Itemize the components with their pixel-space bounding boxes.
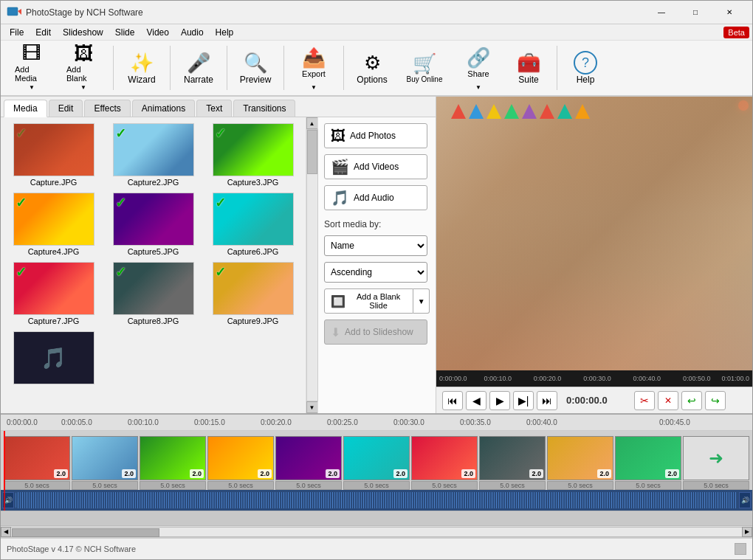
slide-thumbnail[interactable]: 2.0	[4, 436, 70, 480]
sort-by-select[interactable]: Name Date Size	[324, 235, 427, 256]
menu-slideshow[interactable]: Slideshow	[57, 26, 109, 39]
tab-text[interactable]: Text	[196, 100, 232, 117]
media-thumbnail[interactable]: ✓	[113, 193, 194, 246]
slide-thumbnail[interactable]: ➜	[683, 436, 749, 480]
list-item[interactable]: ✓ Capture4.JPG	[7, 193, 100, 256]
table-row[interactable]: 2.0 5.0 secs	[140, 436, 206, 490]
table-row[interactable]: 2.0 5.0 secs	[547, 436, 613, 490]
add-blank-slide-button[interactable]: 🔲 Add a Blank Slide	[324, 288, 413, 314]
share-button[interactable]: 🔗 Share ▼	[453, 43, 503, 93]
wizard-button[interactable]: ✨ Wizard	[118, 43, 165, 93]
slide-thumbnail[interactable]: 2.0	[275, 436, 342, 480]
add-to-slideshow-button[interactable]: ⬇ Add to Slideshow	[324, 319, 427, 345]
list-item[interactable]: ✓ Capture8.JPG	[106, 262, 200, 325]
maximize-button[interactable]: □	[678, 1, 712, 24]
media-thumbnail[interactable]: ✓	[213, 123, 294, 176]
media-thumbnail[interactable]: ✓	[13, 123, 94, 176]
table-row[interactable]: 2.0 5.0 secs	[207, 436, 274, 490]
table-row[interactable]: 2.0 5.0 secs	[479, 436, 546, 490]
delete-button[interactable]: ✕	[658, 391, 678, 410]
scroll-bar-thumb[interactable]	[12, 528, 159, 537]
rotate-left-button[interactable]: ↩	[681, 391, 702, 410]
step-back-button[interactable]: ◀	[466, 391, 486, 410]
add-blank-dropdown[interactable]: ▼	[413, 288, 430, 314]
list-item[interactable]: ✓ Capture9.JPG	[206, 262, 300, 325]
list-item[interactable]: ✓ Capture2.JPG	[106, 123, 200, 187]
slide-thumbnail[interactable]: 2.0	[615, 436, 681, 480]
add-media-button[interactable]: 🎞 Add Media ▼	[7, 43, 57, 93]
add-media-arrow[interactable]: ▼	[11, 81, 52, 93]
menu-slide[interactable]: Slide	[109, 26, 141, 39]
slide-thumbnail[interactable]: 2.0	[343, 436, 410, 480]
export-button[interactable]: 📤 Export ▼	[289, 43, 339, 93]
sort-order-select[interactable]: Ascending Descending	[324, 262, 427, 283]
add-blank-button[interactable]: 🖼 Add Blank ▼	[58, 43, 109, 93]
list-item[interactable]: ✓ Capture7.JPG	[7, 262, 100, 325]
menu-video[interactable]: Video	[140, 26, 174, 39]
suite-button[interactable]: 🧰 Suite	[505, 43, 552, 93]
step-forward-button[interactable]: ▶|	[513, 391, 534, 410]
scroll-down-button[interactable]: ▼	[306, 401, 318, 413]
play-button[interactable]: ▶	[489, 391, 510, 410]
list-item[interactable]: ✓ Capture3.JPG	[206, 123, 300, 187]
list-item[interactable]: ✓ Capture5.JPG	[106, 193, 200, 256]
add-blank-arrow[interactable]: ▼	[63, 81, 104, 93]
timeline-scrollbar[interactable]: ◀ ▶	[1, 525, 752, 537]
export-arrow[interactable]: ▼	[293, 81, 334, 93]
table-row[interactable]: 2.0 5.0 secs	[411, 436, 478, 490]
scroll-left-button[interactable]: ◀	[1, 527, 11, 537]
tab-transitions[interactable]: Transitions	[233, 100, 295, 117]
close-button[interactable]: ✕	[712, 1, 746, 24]
media-thumbnail[interactable]: ✓	[13, 262, 94, 315]
media-thumbnail[interactable]: ✓	[213, 193, 294, 246]
media-thumbnail[interactable]: ✓	[213, 262, 294, 315]
skip-forward-button[interactable]: ⏭	[537, 391, 557, 410]
table-row[interactable]: 2.0 5.0 secs	[343, 436, 410, 490]
preview-button[interactable]: 🔍 Preview	[232, 43, 279, 93]
menu-help[interactable]: Help	[210, 26, 240, 39]
share-arrow[interactable]: ▼	[458, 81, 499, 93]
media-thumbnail[interactable]: 🎵	[13, 331, 94, 384]
add-audio-button[interactable]: 🎵 Add Audio	[324, 185, 427, 210]
scroll-track[interactable]	[306, 129, 318, 401]
media-thumbnail[interactable]: ✓	[113, 123, 194, 176]
scroll-bar-track[interactable]	[11, 527, 742, 537]
list-item[interactable]: ✓ Capture.JPG	[7, 123, 100, 187]
list-item[interactable]: 🎵	[7, 331, 100, 386]
scroll-up-button[interactable]: ▲	[306, 117, 318, 129]
menu-edit[interactable]: Edit	[30, 26, 57, 39]
scroll-right-button[interactable]: ▶	[742, 527, 752, 537]
slide-thumbnail[interactable]: 2.0	[140, 436, 206, 480]
playhead[interactable]	[4, 431, 5, 490]
add-photos-button[interactable]: 🖼 Add Photos	[324, 123, 427, 148]
cut-button[interactable]: ✂	[634, 391, 655, 410]
slide-thumbnail[interactable]: 2.0	[411, 436, 478, 480]
table-row[interactable]: 2.0 5.0 secs	[615, 436, 681, 490]
resize-grip[interactable]	[735, 543, 746, 555]
minimize-button[interactable]: —	[644, 1, 678, 24]
scroll-thumb[interactable]	[307, 130, 317, 174]
tab-animations[interactable]: Animations	[132, 100, 195, 117]
table-row[interactable]: 2.0 5.0 secs	[275, 436, 342, 490]
table-row[interactable]: 2.0 5.0 secs	[4, 436, 70, 490]
help-button[interactable]: ? Help	[562, 43, 609, 93]
menu-file[interactable]: File	[4, 26, 30, 39]
list-item[interactable]: ✓ Capture6.JPG	[206, 193, 300, 256]
tab-media[interactable]: Media	[4, 100, 47, 117]
slide-thumbnail[interactable]: 2.0	[479, 436, 546, 480]
slide-thumbnail[interactable]: 2.0	[72, 436, 138, 480]
add-videos-button[interactable]: 🎬 Add Videos	[324, 154, 427, 179]
tab-edit[interactable]: Edit	[49, 100, 83, 117]
table-row[interactable]: ➜ 5.0 secs	[683, 436, 749, 490]
options-button[interactable]: ⚙ Options	[348, 43, 396, 93]
menu-audio[interactable]: Audio	[175, 26, 210, 39]
rotate-right-button[interactable]: ↪	[705, 391, 726, 410]
timeline-container[interactable]: 2.0 5.0 secs 2.0 5.0 secs 2.0 5.0 secs 2…	[1, 431, 752, 525]
buy-online-button[interactable]: 🛒 Buy Online	[397, 43, 452, 93]
tab-effects[interactable]: Effects	[84, 100, 130, 117]
slide-thumbnail[interactable]: 2.0	[207, 436, 274, 480]
media-thumbnail[interactable]: ✓	[13, 193, 94, 246]
media-thumbnail[interactable]: ✓	[113, 262, 194, 315]
skip-back-button[interactable]: ⏮	[442, 391, 463, 410]
table-row[interactable]: 2.0 5.0 secs	[72, 436, 138, 490]
